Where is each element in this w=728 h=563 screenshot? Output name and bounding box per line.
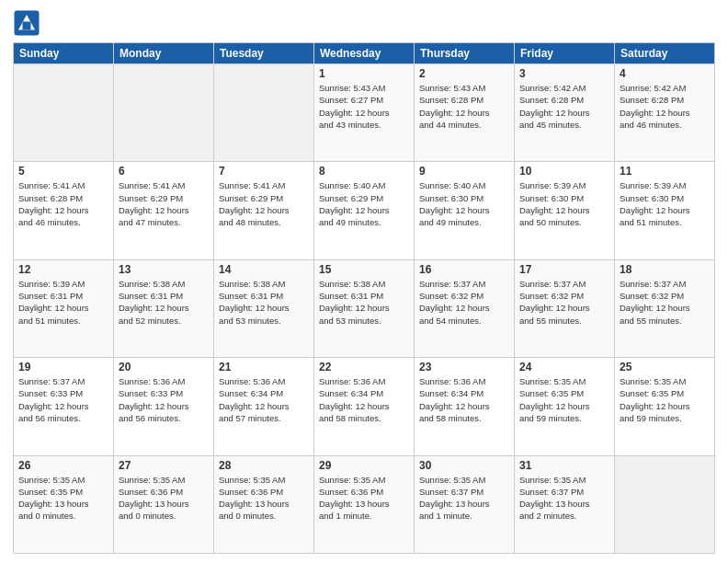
day-info: Sunrise: 5:42 AM Sunset: 6:28 PM Dayligh…: [620, 82, 710, 131]
weekday-header-saturday: Saturday: [615, 43, 715, 64]
calendar-cell: 23Sunrise: 5:36 AM Sunset: 6:34 PM Dayli…: [415, 358, 515, 455]
day-info: Sunrise: 5:35 AM Sunset: 6:37 PM Dayligh…: [519, 474, 609, 523]
calendar-cell: 19Sunrise: 5:37 AM Sunset: 6:33 PM Dayli…: [14, 358, 114, 455]
week-row-4: 19Sunrise: 5:37 AM Sunset: 6:33 PM Dayli…: [14, 358, 715, 455]
calendar: SundayMondayTuesdayWednesdayThursdayFrid…: [13, 42, 715, 554]
calendar-cell: [14, 64, 114, 162]
day-number: 22: [319, 361, 409, 373]
day-info: Sunrise: 5:36 AM Sunset: 6:33 PM Dayligh…: [119, 375, 209, 424]
day-info: Sunrise: 5:37 AM Sunset: 6:33 PM Dayligh…: [18, 375, 108, 424]
day-info: Sunrise: 5:35 AM Sunset: 6:37 PM Dayligh…: [419, 474, 509, 523]
main-container: SundayMondayTuesdayWednesdayThursdayFrid…: [0, 0, 728, 563]
calendar-cell: 2Sunrise: 5:43 AM Sunset: 6:28 PM Daylig…: [415, 64, 515, 162]
day-number: 30: [419, 459, 509, 472]
day-number: 6: [119, 165, 209, 178]
day-number: 7: [219, 165, 309, 178]
calendar-cell: [615, 455, 715, 553]
day-number: 4: [620, 67, 710, 80]
day-info: Sunrise: 5:35 AM Sunset: 6:35 PM Dayligh…: [519, 375, 609, 424]
calendar-cell: 12Sunrise: 5:39 AM Sunset: 6:31 PM Dayli…: [14, 259, 114, 357]
logo-icon: [13, 9, 40, 37]
day-number: 10: [519, 165, 609, 178]
calendar-cell: 7Sunrise: 5:41 AM Sunset: 6:29 PM Daylig…: [214, 162, 314, 259]
day-number: 12: [18, 263, 108, 276]
calendar-cell: 9Sunrise: 5:40 AM Sunset: 6:30 PM Daylig…: [415, 162, 515, 259]
calendar-cell: 21Sunrise: 5:36 AM Sunset: 6:34 PM Dayli…: [214, 358, 314, 455]
day-info: Sunrise: 5:37 AM Sunset: 6:32 PM Dayligh…: [419, 278, 509, 327]
logo: [13, 9, 44, 37]
day-info: Sunrise: 5:36 AM Sunset: 6:34 PM Dayligh…: [219, 375, 309, 424]
day-info: Sunrise: 5:38 AM Sunset: 6:31 PM Dayligh…: [219, 278, 309, 327]
header: [13, 9, 715, 37]
weekday-header-monday: Monday: [114, 43, 214, 64]
calendar-cell: [214, 64, 314, 162]
svg-rect-2: [23, 22, 31, 30]
calendar-cell: 10Sunrise: 5:39 AM Sunset: 6:30 PM Dayli…: [515, 162, 615, 259]
day-number: 14: [219, 263, 309, 276]
day-number: 20: [119, 361, 209, 373]
day-number: 31: [519, 459, 609, 472]
calendar-cell: 11Sunrise: 5:39 AM Sunset: 6:30 PM Dayli…: [615, 162, 715, 259]
calendar-cell: 18Sunrise: 5:37 AM Sunset: 6:32 PM Dayli…: [615, 259, 715, 357]
calendar-cell: 8Sunrise: 5:40 AM Sunset: 6:29 PM Daylig…: [314, 162, 415, 259]
day-info: Sunrise: 5:38 AM Sunset: 6:31 PM Dayligh…: [119, 278, 209, 327]
day-info: Sunrise: 5:41 AM Sunset: 6:28 PM Dayligh…: [18, 179, 108, 228]
day-number: 18: [620, 263, 710, 276]
calendar-cell: 22Sunrise: 5:36 AM Sunset: 6:34 PM Dayli…: [314, 358, 415, 455]
calendar-cell: 26Sunrise: 5:35 AM Sunset: 6:35 PM Dayli…: [14, 455, 114, 553]
day-number: 11: [620, 165, 710, 178]
weekday-header-wednesday: Wednesday: [314, 43, 415, 64]
day-number: 16: [419, 263, 509, 276]
calendar-cell: 29Sunrise: 5:35 AM Sunset: 6:36 PM Dayli…: [314, 455, 415, 553]
day-number: 27: [119, 459, 209, 472]
week-row-1: 1Sunrise: 5:43 AM Sunset: 6:27 PM Daylig…: [14, 64, 715, 162]
day-number: 13: [119, 263, 209, 276]
day-number: 25: [620, 361, 710, 373]
day-info: Sunrise: 5:36 AM Sunset: 6:34 PM Dayligh…: [319, 375, 409, 424]
day-number: 24: [519, 361, 609, 373]
calendar-cell: 25Sunrise: 5:35 AM Sunset: 6:35 PM Dayli…: [615, 358, 715, 455]
day-info: Sunrise: 5:35 AM Sunset: 6:36 PM Dayligh…: [319, 474, 409, 523]
day-info: Sunrise: 5:41 AM Sunset: 6:29 PM Dayligh…: [219, 179, 309, 228]
day-info: Sunrise: 5:38 AM Sunset: 6:31 PM Dayligh…: [319, 278, 409, 327]
calendar-cell: 17Sunrise: 5:37 AM Sunset: 6:32 PM Dayli…: [515, 259, 615, 357]
day-info: Sunrise: 5:39 AM Sunset: 6:30 PM Dayligh…: [519, 179, 609, 228]
day-number: 21: [219, 361, 309, 373]
calendar-cell: 5Sunrise: 5:41 AM Sunset: 6:28 PM Daylig…: [14, 162, 114, 259]
day-info: Sunrise: 5:43 AM Sunset: 6:28 PM Dayligh…: [419, 82, 509, 131]
day-info: Sunrise: 5:37 AM Sunset: 6:32 PM Dayligh…: [620, 278, 710, 327]
day-info: Sunrise: 5:37 AM Sunset: 6:32 PM Dayligh…: [519, 278, 609, 327]
calendar-cell: 13Sunrise: 5:38 AM Sunset: 6:31 PM Dayli…: [114, 259, 214, 357]
day-info: Sunrise: 5:43 AM Sunset: 6:27 PM Dayligh…: [319, 82, 409, 131]
calendar-cell: 6Sunrise: 5:41 AM Sunset: 6:29 PM Daylig…: [114, 162, 214, 259]
day-number: 9: [419, 165, 509, 178]
week-row-5: 26Sunrise: 5:35 AM Sunset: 6:35 PM Dayli…: [14, 455, 715, 553]
day-info: Sunrise: 5:35 AM Sunset: 6:36 PM Dayligh…: [119, 474, 209, 523]
weekday-header-sunday: Sunday: [14, 43, 114, 64]
day-info: Sunrise: 5:35 AM Sunset: 6:35 PM Dayligh…: [18, 474, 108, 523]
day-info: Sunrise: 5:40 AM Sunset: 6:30 PM Dayligh…: [419, 179, 509, 228]
calendar-cell: 16Sunrise: 5:37 AM Sunset: 6:32 PM Dayli…: [415, 259, 515, 357]
calendar-cell: 24Sunrise: 5:35 AM Sunset: 6:35 PM Dayli…: [515, 358, 615, 455]
calendar-cell: 30Sunrise: 5:35 AM Sunset: 6:37 PM Dayli…: [415, 455, 515, 553]
day-info: Sunrise: 5:35 AM Sunset: 6:35 PM Dayligh…: [620, 375, 710, 424]
day-info: Sunrise: 5:40 AM Sunset: 6:29 PM Dayligh…: [319, 179, 409, 228]
calendar-cell: 14Sunrise: 5:38 AM Sunset: 6:31 PM Dayli…: [214, 259, 314, 357]
day-number: 29: [319, 459, 409, 472]
day-info: Sunrise: 5:39 AM Sunset: 6:31 PM Dayligh…: [18, 278, 108, 327]
day-number: 1: [319, 67, 409, 80]
day-number: 5: [18, 165, 108, 178]
week-row-2: 5Sunrise: 5:41 AM Sunset: 6:28 PM Daylig…: [14, 162, 715, 259]
day-number: 17: [519, 263, 609, 276]
day-info: Sunrise: 5:42 AM Sunset: 6:28 PM Dayligh…: [519, 82, 609, 131]
calendar-cell: 27Sunrise: 5:35 AM Sunset: 6:36 PM Dayli…: [114, 455, 214, 553]
day-number: 15: [319, 263, 409, 276]
weekday-header-friday: Friday: [515, 43, 615, 64]
weekday-header-tuesday: Tuesday: [214, 43, 314, 64]
calendar-cell: 15Sunrise: 5:38 AM Sunset: 6:31 PM Dayli…: [314, 259, 415, 357]
day-number: 2: [419, 67, 509, 80]
weekday-header-row: SundayMondayTuesdayWednesdayThursdayFrid…: [14, 43, 715, 64]
calendar-cell: [114, 64, 214, 162]
day-number: 3: [519, 67, 609, 80]
day-number: 26: [18, 459, 108, 472]
